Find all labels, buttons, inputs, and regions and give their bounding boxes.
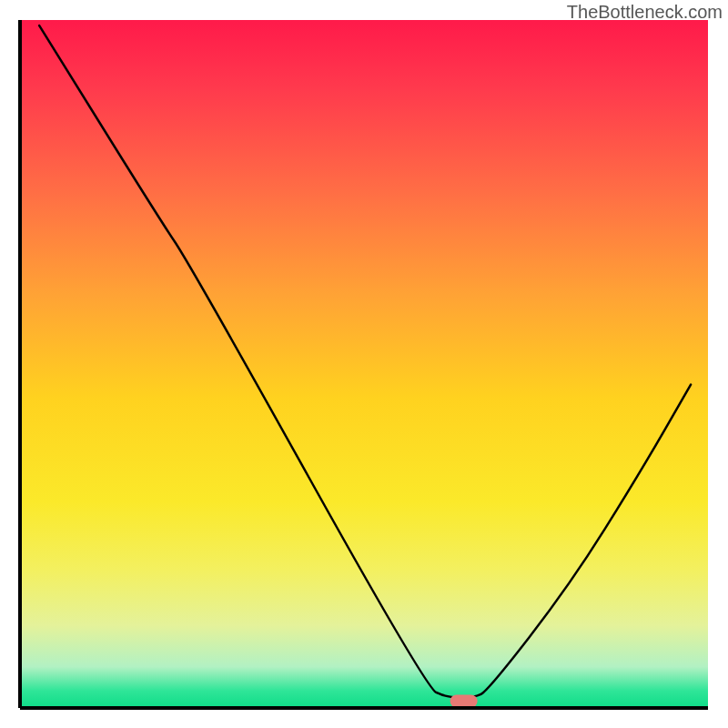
watermark-text: TheBottleneck.com (567, 2, 723, 23)
svg-rect-4 (20, 20, 708, 708)
svg-rect-2 (708, 0, 728, 728)
bottleneck-chart: TheBottleneck.com (0, 0, 728, 728)
svg-rect-1 (0, 0, 20, 728)
svg-rect-3 (0, 708, 728, 728)
chart-canvas (0, 0, 728, 728)
optimal-marker (450, 694, 478, 707)
